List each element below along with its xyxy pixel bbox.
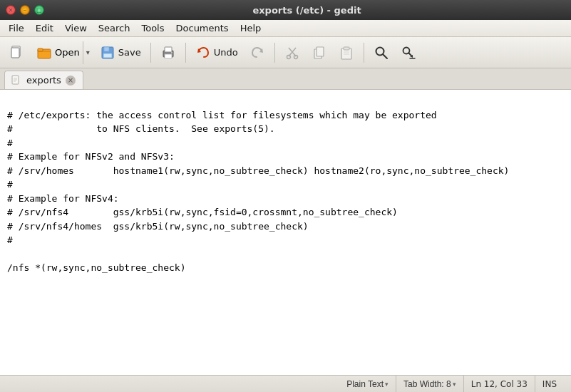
svg-line-28 — [383, 54, 387, 58]
tab-label: exports — [26, 75, 61, 86]
find-replace-button[interactable] — [396, 41, 421, 65]
cut-icon — [284, 45, 300, 61]
tab-exports[interactable]: exports × — [4, 71, 83, 89]
open-dropdown-arrow[interactable]: ▾ — [83, 41, 93, 64]
toolbar: Open ▾ Save — [0, 37, 571, 68]
svg-rect-7 — [38, 48, 43, 51]
menubar: File Edit View Search Tools Documents He… — [0, 20, 571, 37]
cut-button[interactable] — [279, 41, 305, 65]
separator-4 — [364, 43, 364, 63]
position-item: Ln 12, Col 33 — [464, 376, 535, 392]
undo-label: Undo — [214, 47, 238, 58]
save-icon — [100, 45, 115, 61]
tab-doc-icon — [11, 75, 22, 86]
svg-rect-10 — [103, 53, 112, 58]
paste-button[interactable] — [334, 41, 359, 65]
svg-point-19 — [287, 55, 290, 58]
svg-line-30 — [408, 53, 411, 56]
menu-view[interactable]: View — [59, 21, 93, 35]
statusbar: Plain Text ▾ Tab Width: 8 ▾ Ln 12, Col 3… — [0, 375, 571, 392]
position-label: Ln 12, Col 33 — [471, 379, 528, 389]
open-label: Open — [55, 47, 80, 58]
filetype-label: Plain Text — [346, 379, 384, 389]
tab-close-button[interactable]: × — [66, 76, 76, 86]
minimize-button[interactable]: – — [20, 5, 30, 15]
open-arrow-icon: ▾ — [86, 48, 90, 56]
separator-2 — [185, 43, 186, 63]
menu-file[interactable]: File — [3, 21, 30, 35]
svg-rect-24 — [344, 47, 349, 50]
undo-button[interactable]: Undo — [190, 41, 243, 65]
menu-tools[interactable]: Tools — [135, 21, 170, 35]
maximize-button[interactable]: □ — [34, 5, 44, 15]
menu-documents[interactable]: Documents — [170, 21, 235, 35]
close-button[interactable]: ✕ — [6, 5, 16, 15]
redo-icon — [250, 45, 265, 61]
window-title: exports (/etc) - gedit — [48, 5, 565, 16]
filetype-dropdown[interactable]: Plain Text ▾ — [346, 379, 389, 389]
tabbar: exports × — [0, 68, 571, 90]
separator-3 — [274, 43, 275, 63]
ins-item: INS — [535, 376, 564, 392]
new-button[interactable] — [4, 41, 30, 65]
undo-icon — [195, 45, 211, 61]
copy-button[interactable] — [307, 41, 332, 65]
svg-rect-22 — [317, 47, 324, 56]
separator-1 — [150, 43, 151, 63]
editor-content: # /etc/exports: the access control list … — [7, 108, 564, 275]
svg-rect-12 — [165, 47, 172, 52]
save-button[interactable]: Save — [95, 41, 146, 65]
svg-point-20 — [294, 55, 297, 58]
tabwidth-dropdown[interactable]: Tab Width: 8 ▾ — [403, 379, 456, 389]
tabwidth-arrow: ▾ — [453, 381, 456, 388]
tabwidth-item[interactable]: Tab Width: 8 ▾ — [396, 376, 464, 392]
menu-help[interactable]: Help — [235, 21, 267, 35]
filetype-item[interactable]: Plain Text ▾ — [339, 376, 396, 392]
print-button[interactable] — [155, 41, 181, 65]
new-icon — [9, 45, 25, 61]
filetype-arrow: ▾ — [385, 381, 389, 388]
find-replace-icon — [401, 45, 416, 61]
svg-rect-13 — [165, 54, 172, 58]
print-icon — [160, 45, 176, 61]
svg-rect-5 — [11, 48, 19, 58]
tabwidth-label: Tab Width: 8 — [403, 379, 451, 389]
find-button[interactable] — [369, 41, 394, 65]
menu-edit[interactable]: Edit — [30, 21, 59, 35]
menu-search[interactable]: Search — [93, 21, 136, 35]
ins-label: INS — [542, 379, 557, 389]
redo-button[interactable] — [245, 41, 270, 65]
copy-icon — [312, 45, 327, 61]
svg-point-14 — [171, 52, 173, 53]
find-icon — [374, 45, 389, 61]
open-main[interactable]: Open — [32, 41, 83, 64]
svg-rect-9 — [104, 47, 109, 51]
titlebar: ✕ – □ exports (/etc) - gedit — [0, 0, 571, 20]
open-icon — [36, 45, 52, 61]
save-label: Save — [118, 47, 141, 58]
editor[interactable]: # /etc/exports: the access control list … — [0, 90, 571, 375]
paste-icon — [339, 45, 354, 61]
open-button-group[interactable]: Open ▾ — [31, 41, 93, 65]
